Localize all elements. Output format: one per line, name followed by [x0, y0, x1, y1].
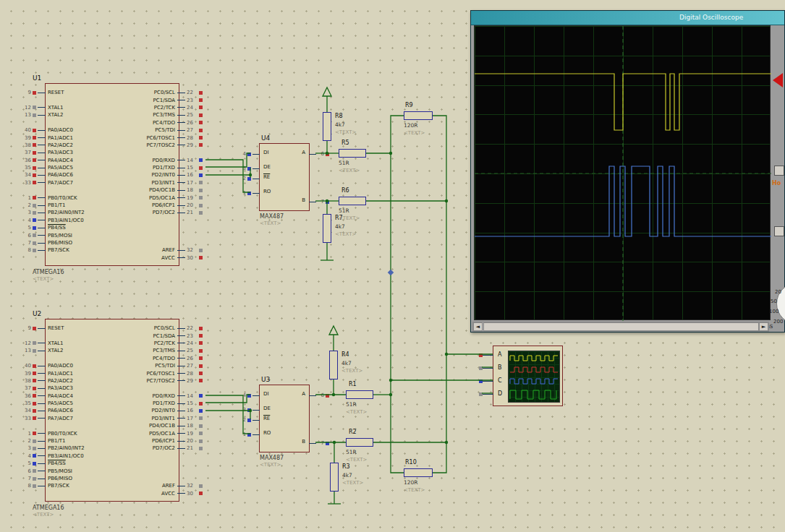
- pin-stub: [177, 351, 185, 351]
- pin-state-indicator: [326, 394, 329, 398]
- panel-button[interactable]: [774, 226, 784, 236]
- pin-number: 17: [187, 180, 198, 186]
- resistor-body[interactable]: [346, 438, 373, 447]
- component-part-name: MAX487: [260, 455, 284, 461]
- pin-state-indicator: [199, 379, 203, 382]
- pin-number: 29: [187, 142, 198, 148]
- pin-name: DI: [263, 150, 268, 155]
- resistor-text: <TEXT>: [339, 167, 360, 175]
- pin-state-indicator: [326, 200, 329, 204]
- pin-number: 7: [20, 240, 31, 246]
- pin-stub: [177, 190, 185, 191]
- horizontal-scrollbar[interactable]: ◄ ►: [472, 322, 769, 332]
- pin-a: 6: [309, 150, 331, 158]
- vcc-power-arrow-icon[interactable]: [329, 326, 338, 335]
- trigger-arrow-icon[interactable]: [773, 73, 783, 87]
- pin-number: 34: [20, 408, 31, 413]
- oscilloscope-window[interactable]: Digital Oscilloscope Ho 20 50 100: [470, 10, 785, 332]
- component-r7[interactable]: R74k7<TEXT>: [323, 214, 331, 243]
- schematic-canvas[interactable]: U1 ATMEGA16 <TEXT> 9 RESET: [0, 0, 785, 532]
- resistor-body[interactable]: [339, 197, 366, 205]
- pin-number: 39: [20, 135, 31, 141]
- pin-name: PD2/INT0: [36, 408, 175, 413]
- pin-b: 7: [309, 198, 331, 205]
- pin-state-indicator: [326, 153, 329, 156]
- pin-number: 25: [187, 112, 198, 118]
- scrollbar-thumb[interactable]: [483, 322, 759, 331]
- pin-number: 28: [187, 371, 198, 377]
- component-r8[interactable]: R84k7<TEXT>: [323, 112, 331, 141]
- pin-name: PD3/INT1: [36, 416, 175, 421]
- resistor-body[interactable]: [323, 214, 331, 243]
- pin-state-indicator: [199, 416, 203, 420]
- scroll-right-arrow[interactable]: ►: [759, 322, 768, 331]
- oscilloscope-symbol[interactable]: A B C D: [493, 346, 563, 406]
- pin-number: 24: [187, 105, 198, 111]
- component-r2[interactable]: R2 51R<TEXT>: [346, 438, 373, 447]
- resistor-body[interactable]: [329, 351, 338, 379]
- pin: PD2/INT0 16: [36, 407, 204, 414]
- component-u3-max487[interactable]: U3 MAX487 <TEXT> 4 3 2 1 6 7 DI DE RE RO…: [259, 385, 310, 452]
- pin-name: DE: [263, 164, 271, 170]
- pin-stub: [177, 197, 185, 198]
- pin: PC3/TMS 25: [36, 111, 204, 119]
- pin-number: 30: [187, 255, 198, 261]
- scroll-left-arrow[interactable]: ◄: [473, 322, 483, 331]
- pin-name: PD5/OC1A: [36, 431, 175, 437]
- pin-number: 35: [20, 165, 31, 171]
- pin: PD6/ICP1 20: [36, 202, 204, 209]
- pin-name: PD1/TXD: [36, 165, 175, 171]
- pin-re: 2: [238, 416, 260, 424]
- pin-state-indicator: [199, 106, 203, 109]
- pin-stub: [177, 160, 185, 160]
- resistor-body[interactable]: [404, 468, 433, 477]
- component-u2-atmega16[interactable]: U2 ATMEGA16 <TEXT> 9 RESET: [45, 319, 179, 502]
- pin-number: 12: [20, 340, 31, 346]
- component-u1-atmega16[interactable]: U1 ATMEGA16 <TEXT> 9 RESET: [45, 83, 179, 266]
- component-r6[interactable]: R6 51R<TEXT>: [339, 197, 366, 205]
- pin: PC6/TOSC1 28: [36, 369, 204, 377]
- component-r5[interactable]: R5 51R<TEXT>: [339, 149, 366, 158]
- resistor-body[interactable]: [323, 112, 331, 141]
- pin-state-indicator: [199, 166, 203, 170]
- pin-number: 13: [20, 112, 31, 118]
- pin: PD4/OC1B 18: [36, 186, 204, 194]
- pin-number: 18: [187, 187, 198, 193]
- pin-stub: [177, 182, 185, 183]
- resistor-text: <TEXT>: [335, 129, 356, 137]
- pin-state-indicator: [199, 173, 203, 177]
- oscilloscope-plot: [475, 26, 771, 321]
- component-r4[interactable]: R44k7<TEXT>: [329, 351, 338, 379]
- component-r1[interactable]: R1 51R<TEXT>: [346, 390, 373, 399]
- vcc-power-arrow-icon[interactable]: [323, 87, 331, 96]
- pin-state-indicator: [199, 327, 203, 330]
- pin-state-indicator: [479, 366, 483, 370]
- resistor-text: <TEXT>: [339, 215, 360, 223]
- pin-number: 12: [20, 105, 31, 111]
- component-text-placeholder: <TEXT>: [260, 220, 281, 226]
- pin-state-indicator: [199, 143, 203, 147]
- pin-stub: [177, 441, 185, 442]
- component-ref: U2: [33, 310, 41, 317]
- resistor-body[interactable]: [330, 463, 339, 492]
- component-r9[interactable]: R9 120R<TEXT>: [404, 111, 433, 120]
- panel-button[interactable]: [774, 166, 784, 176]
- oscilloscope-control-panel: Ho 20 50 100 200 mS: [771, 25, 785, 321]
- component-u4-max487[interactable]: U4 MAX487 <TEXT> 4 3 2 1 6 7 DI DE RE RO…: [259, 143, 310, 211]
- pin-number: 28: [187, 135, 198, 141]
- resistor-body[interactable]: [339, 149, 366, 158]
- component-r3[interactable]: R34k7<TEXT>: [330, 463, 339, 492]
- pin-stub: [177, 107, 185, 108]
- pin-ro: 1: [238, 431, 260, 438]
- probe-trace-red: [510, 367, 558, 372]
- pin-name: PC1/SDA: [36, 333, 175, 339]
- resistor-body[interactable]: [346, 390, 373, 399]
- pin-stub: [482, 355, 493, 356]
- pin-stub: [177, 418, 185, 419]
- resistor-body[interactable]: [404, 111, 433, 120]
- pin-state-indicator: [199, 356, 203, 360]
- pin: AREF 32: [36, 482, 204, 489]
- pin-name: PD7/OC2: [36, 445, 175, 451]
- component-r10[interactable]: R10 120R<TEXT>: [404, 468, 433, 477]
- window-titlebar[interactable]: Digital Oscilloscope: [471, 11, 784, 25]
